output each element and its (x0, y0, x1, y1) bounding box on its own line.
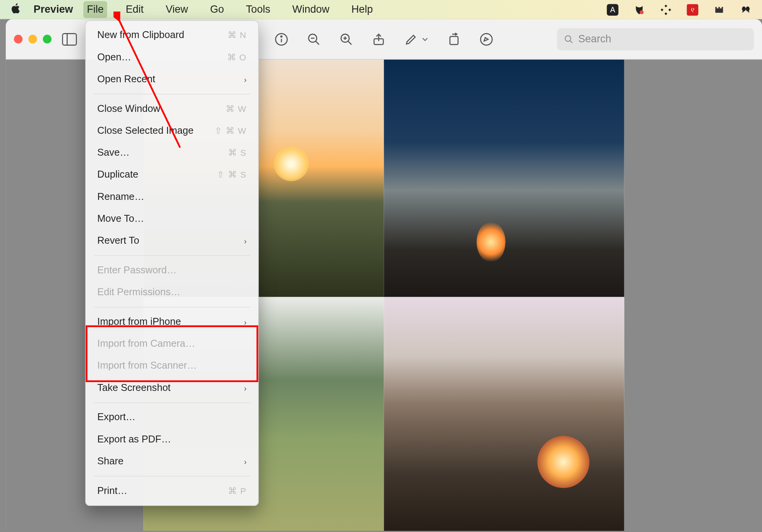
menu-rename[interactable]: Rename… (86, 186, 258, 208)
menu-export-pdf[interactable]: Export as PDF… (86, 428, 258, 450)
apple-menu-icon[interactable] (10, 2, 23, 17)
svg-rect-6 (715, 7, 717, 8)
svg-rect-12 (63, 33, 77, 45)
tray-icon-4[interactable]: ୧ (687, 4, 698, 15)
menu-enter-password: Enter Password… (86, 259, 258, 281)
tray-icon-2[interactable] (634, 4, 645, 15)
svg-point-0 (640, 10, 644, 14)
menu-file[interactable]: File (83, 1, 107, 18)
menu-help[interactable]: Help (348, 1, 376, 18)
menu-import-iphone[interactable]: Import from iPhone› (86, 311, 258, 333)
menu-save[interactable]: Save…⌘ S (86, 142, 258, 164)
separator (94, 307, 250, 308)
menu-open-recent[interactable]: Open Recent› (86, 68, 258, 90)
edit-toolbar-icon[interactable] (479, 32, 494, 47)
menu-tools[interactable]: Tools (243, 1, 274, 18)
chevron-right-icon: › (244, 71, 247, 88)
info-icon[interactable] (274, 32, 289, 47)
svg-rect-5 (715, 8, 723, 12)
svg-rect-25 (450, 36, 458, 44)
chevron-right-icon: › (244, 453, 247, 470)
menu-edit[interactable]: Edit (122, 1, 147, 18)
zoom-out-icon[interactable] (306, 32, 321, 47)
svg-rect-7 (719, 7, 720, 8)
close-window-button[interactable] (14, 35, 23, 43)
markup-icon[interactable] (404, 32, 419, 47)
zoom-in-icon[interactable] (339, 32, 354, 47)
svg-point-26 (481, 33, 492, 45)
svg-point-10 (746, 6, 750, 11)
system-tray: A ୧ (607, 4, 752, 15)
image-thumbnail-4[interactable] (384, 297, 624, 531)
minimize-window-button[interactable] (28, 35, 37, 43)
chevron-right-icon: › (244, 313, 247, 331)
menu-print[interactable]: Print…⌘ P (86, 480, 258, 502)
menu-import-scanner: Import from Scanner… (86, 355, 258, 377)
traffic-lights (14, 35, 52, 43)
svg-rect-3 (661, 8, 663, 11)
svg-line-28 (570, 40, 572, 43)
svg-rect-4 (668, 8, 671, 11)
menu-view[interactable]: View (162, 1, 191, 18)
separator (94, 94, 250, 95)
chevron-right-icon: › (244, 232, 247, 249)
menu-duplicate[interactable]: Duplicate⇧ ⌘ S (86, 164, 258, 186)
menu-export[interactable]: Export… (86, 406, 258, 428)
menu-new-from-clipboard[interactable]: New from Clipboard⌘ N (86, 24, 258, 46)
menu-close-selected-image[interactable]: Close Selected Image⇧ ⌘ W (86, 120, 258, 142)
tray-icon-6[interactable] (740, 4, 752, 15)
separator (94, 255, 250, 256)
search-icon (564, 34, 574, 44)
tray-icon-5[interactable] (713, 4, 725, 15)
app-name[interactable]: Preview (33, 3, 73, 16)
file-menu-dropdown: New from Clipboard⌘ N Open…⌘ O Open Rece… (85, 20, 259, 506)
menu-window[interactable]: Window (289, 1, 333, 18)
search-input[interactable] (578, 33, 747, 45)
rotate-icon[interactable] (446, 32, 461, 47)
sidebar-toggle-icon[interactable] (62, 32, 77, 47)
menu-edit-permissions: Edit Permissions… (86, 281, 258, 303)
fullscreen-window-button[interactable] (43, 35, 52, 43)
search-field[interactable] (557, 28, 754, 50)
menu-open[interactable]: Open…⌘ O (86, 46, 258, 68)
svg-rect-8 (722, 7, 723, 8)
menu-move-to[interactable]: Move To… (86, 208, 258, 230)
tray-icon-3[interactable] (660, 4, 672, 15)
menu-go[interactable]: Go (206, 1, 227, 18)
system-menubar: Preview File Edit View Go Tools Window H… (0, 0, 762, 19)
chevron-right-icon: › (244, 379, 247, 396)
markup-dropdown-chevron-icon[interactable] (421, 32, 429, 47)
image-thumbnail-2[interactable] (384, 60, 624, 297)
menu-share[interactable]: Share› (86, 451, 258, 472)
svg-point-27 (565, 35, 571, 41)
separator (94, 476, 250, 477)
tray-icon-1[interactable]: A (607, 4, 618, 15)
svg-rect-1 (664, 4, 667, 7)
menu-take-screenshot[interactable]: Take Screenshot› (86, 377, 258, 399)
svg-line-23 (348, 41, 351, 44)
menu-import-camera: Import from Camera… (86, 333, 258, 355)
svg-rect-11 (745, 8, 747, 9)
svg-line-19 (316, 41, 319, 44)
menu-revert-to[interactable]: Revert To› (86, 230, 258, 252)
svg-rect-2 (664, 12, 667, 15)
menu-close-window[interactable]: Close Window⌘ W (86, 98, 258, 120)
svg-point-9 (742, 6, 746, 11)
svg-point-15 (281, 36, 282, 37)
separator (94, 402, 250, 403)
share-icon[interactable] (371, 32, 386, 47)
